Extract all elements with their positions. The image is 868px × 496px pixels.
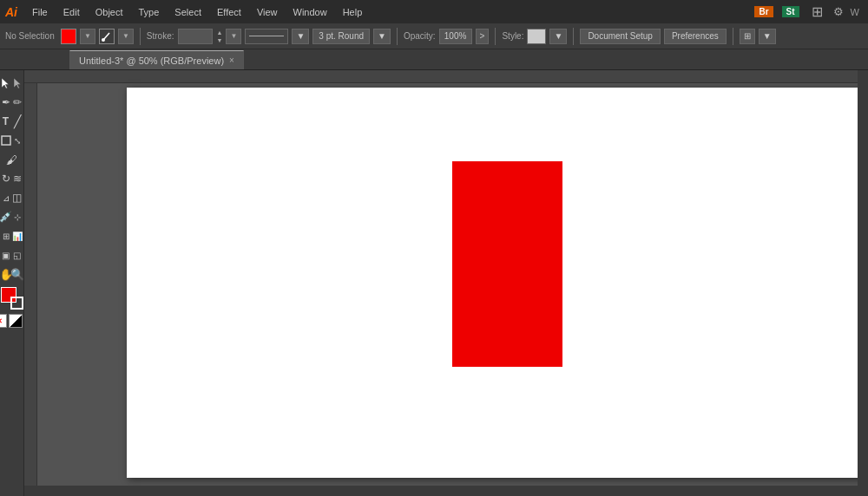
- warp-tool[interactable]: ≋: [11, 169, 23, 188]
- symbol-tool[interactable]: ⊞: [0, 226, 11, 245]
- grid-icon[interactable]: ⊞: [812, 3, 823, 20]
- menu-select[interactable]: Select: [170, 5, 206, 19]
- menu-effect[interactable]: Effect: [213, 5, 246, 19]
- vertical-scrollbar[interactable]: [858, 70, 868, 486]
- rect-tool[interactable]: [0, 131, 11, 150]
- color-mode-row: ✕ ⇄: [0, 314, 24, 328]
- line-tool[interactable]: ╱: [11, 112, 23, 131]
- main-area: ✒ ✏ T ╱ ⤡ 🖌 ↻ ≋ ⊿ ◫ 💉: [0, 70, 868, 496]
- measure-tool[interactable]: ⊹: [11, 207, 23, 226]
- artboard-tool[interactable]: ▣: [0, 245, 11, 264]
- tool-row-width: ⊿ ◫: [0, 188, 23, 207]
- title-right: W: [851, 7, 863, 17]
- graph-tool[interactable]: 📊: [11, 226, 23, 245]
- pen-tool[interactable]: ✒: [0, 93, 11, 112]
- brush-style-btn[interactable]: 3 pt. Round: [312, 29, 370, 44]
- sep2: [397, 28, 398, 45]
- stroke-preview: [245, 29, 288, 44]
- pencil-tool[interactable]: ✏: [11, 93, 23, 112]
- tool-row-symbol: ⊞ 📊: [0, 226, 23, 245]
- menu-help[interactable]: Help: [339, 5, 367, 19]
- none-color-btn[interactable]: ✕: [0, 314, 7, 328]
- style-dropdown[interactable]: ▼: [549, 29, 567, 44]
- stock-btn[interactable]: St: [782, 6, 799, 17]
- search-icon[interactable]: ⚙: [833, 5, 844, 18]
- top-toolbar: No Selection ▼ ▼ Stroke: ▲ ▼ ▼ ▼ 3 pt. R…: [0, 23, 868, 49]
- style-label: Style:: [502, 31, 523, 41]
- ruler-horizontal: [24, 70, 858, 83]
- stroke-dropdown[interactable]: ▼: [226, 29, 241, 44]
- select-tool[interactable]: [0, 74, 11, 93]
- paintbrush-icon[interactable]: [99, 29, 115, 44]
- bridge-btn[interactable]: Br: [754, 6, 773, 17]
- gradient-color-btn[interactable]: [9, 314, 23, 328]
- sep3: [495, 28, 496, 45]
- opacity-more-btn[interactable]: >: [476, 29, 490, 44]
- stroke-style-dropdown[interactable]: ▼: [292, 29, 309, 44]
- tab-close-button[interactable]: ×: [229, 55, 234, 65]
- slice-tool[interactable]: ◱: [11, 245, 23, 264]
- sep1: [140, 28, 141, 45]
- tool-row-hand: ✋ 🔍: [0, 264, 23, 284]
- tab-bar: Untitled-3* @ 50% (RGB/Preview) ×: [0, 49, 868, 70]
- stroke-input[interactable]: [178, 29, 213, 44]
- gradient-tool[interactable]: ◫: [11, 188, 23, 207]
- fill-dropdown[interactable]: ▼: [80, 29, 95, 44]
- stroke-stepper[interactable]: ▲ ▼: [217, 29, 223, 44]
- tool-row-eyedropper: 💉 ⊹: [0, 207, 23, 226]
- sep5: [733, 28, 733, 45]
- color-area: ✕ ⇄: [0, 287, 24, 328]
- stroke-box[interactable]: [10, 297, 23, 310]
- stroke-label: Stroke:: [147, 31, 174, 41]
- sep4: [573, 28, 574, 45]
- scale-tool[interactable]: ⤡: [11, 131, 23, 150]
- svg-point-0: [102, 38, 105, 42]
- red-rectangle[interactable]: [452, 161, 562, 367]
- arrange-btn[interactable]: ⊞: [740, 29, 755, 44]
- menu-window[interactable]: Window: [289, 5, 332, 19]
- menu-object[interactable]: Object: [91, 5, 128, 19]
- more-btn[interactable]: ▼: [759, 29, 776, 44]
- style-swatch[interactable]: [527, 29, 546, 44]
- tool-row-shapes: ⤡: [0, 131, 23, 150]
- fill-color-swatch[interactable]: [61, 29, 76, 44]
- svg-rect-1: [2, 136, 10, 145]
- horizontal-scrollbar[interactable]: [24, 486, 868, 496]
- tool-row-brush: 🖌: [0, 150, 23, 169]
- zoom-tool[interactable]: 🔍: [11, 264, 23, 284]
- preferences-button[interactable]: Preferences: [664, 29, 727, 44]
- ruler-vertical: [24, 83, 37, 486]
- type-tool[interactable]: T: [0, 112, 11, 131]
- tool-row-pen: ✒ ✏: [0, 93, 23, 112]
- tool-row-rotate: ↻ ≋: [0, 169, 23, 188]
- menu-edit[interactable]: Edit: [59, 5, 84, 19]
- canvas-area: [24, 70, 868, 496]
- brush-dropdown[interactable]: ▼: [118, 29, 134, 44]
- eyedropper-tool[interactable]: 💉: [0, 207, 11, 226]
- title-bar: Ai File Edit Object Type Select Effect V…: [0, 0, 868, 23]
- rotate-tool[interactable]: ↻: [0, 169, 11, 188]
- paintbrush-tool[interactable]: 🖌: [0, 150, 23, 169]
- direct-select-tool[interactable]: [11, 74, 23, 93]
- width-tool[interactable]: ⊿: [0, 188, 11, 207]
- left-toolbar: ✒ ✏ T ╱ ⤡ 🖌 ↻ ≋ ⊿ ◫ 💉: [0, 70, 24, 496]
- brush-style-dropdown[interactable]: ▼: [373, 29, 391, 44]
- tool-row-type: T ╱: [0, 112, 23, 131]
- document-tab[interactable]: Untitled-3* @ 50% (RGB/Preview) ×: [69, 50, 244, 69]
- app-logo: Ai: [5, 5, 17, 19]
- selection-label: No Selection: [5, 31, 57, 41]
- fill-stroke-group: [1, 287, 23, 310]
- tool-row-select: [0, 74, 23, 93]
- document-canvas: [127, 88, 868, 478]
- tab-title: Untitled-3* @ 50% (RGB/Preview): [79, 55, 224, 66]
- doc-setup-button[interactable]: Document Setup: [580, 29, 661, 44]
- opacity-label: Opacity:: [404, 31, 436, 41]
- opacity-input[interactable]: [439, 29, 472, 44]
- menu-view[interactable]: View: [253, 5, 282, 19]
- menu-type[interactable]: Type: [135, 5, 164, 19]
- tool-row-artboard: ▣ ◱: [0, 245, 23, 264]
- menu-file[interactable]: File: [28, 5, 52, 19]
